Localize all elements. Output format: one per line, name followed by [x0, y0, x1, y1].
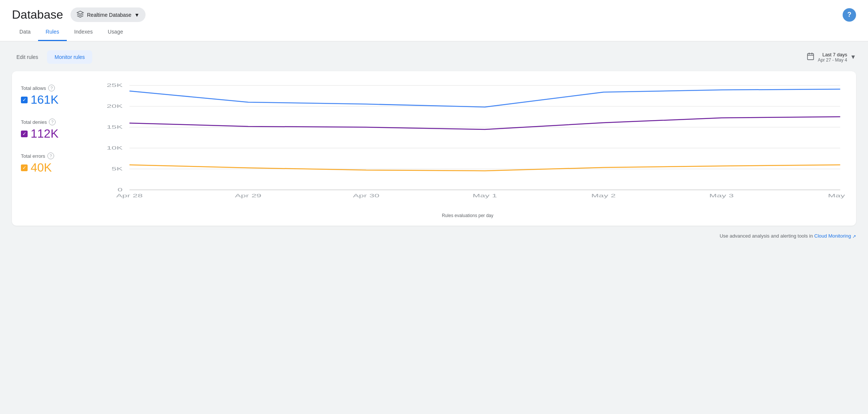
- svg-text:0: 0: [118, 187, 122, 192]
- help-button[interactable]: ?: [843, 8, 856, 22]
- cloud-monitoring-link[interactable]: Cloud Monitoring ↗: [814, 233, 856, 239]
- svg-text:Apr 30: Apr 30: [353, 193, 380, 198]
- date-label: Last 7 days: [818, 52, 847, 57]
- tab-rules[interactable]: Rules: [38, 23, 67, 41]
- denies-checkbox[interactable]: ✓: [21, 131, 28, 137]
- external-link-icon: ↗: [852, 234, 856, 239]
- chart-svg: 25K 20K 15K 10K 5K 0: [88, 82, 847, 208]
- date-selector[interactable]: Last 7 days Apr 27 - May 4 ▼: [806, 52, 856, 63]
- tab-indexes[interactable]: Indexes: [67, 23, 100, 41]
- svg-text:May 1: May 1: [473, 193, 497, 198]
- chart-card: Total allows ? ✓ 161K Total denies ? ✓: [12, 71, 856, 226]
- legend-denies: Total denies ? ✓ 112K: [21, 119, 79, 141]
- date-chevron-icon: ▼: [850, 54, 856, 60]
- legend-allows-label: Total allows: [21, 85, 46, 91]
- svg-text:Apr 29: Apr 29: [235, 193, 262, 198]
- tab-data[interactable]: Data: [12, 23, 38, 41]
- allows-checkbox[interactable]: ✓: [21, 97, 28, 103]
- date-range: Apr 27 - May 4: [818, 57, 847, 63]
- page-title: Database: [12, 8, 63, 22]
- svg-text:May 2: May 2: [591, 193, 616, 198]
- svg-rect-0: [808, 53, 814, 60]
- monitor-rules-button[interactable]: Monitor rules: [47, 50, 92, 64]
- legend-denies-label: Total denies: [21, 119, 47, 125]
- svg-text:25K: 25K: [107, 83, 123, 88]
- errors-checkbox[interactable]: ✓: [21, 164, 28, 171]
- date-text: Last 7 days Apr 27 - May 4: [818, 52, 847, 63]
- footer-text: Use advanced analysis and alerting tools…: [719, 233, 813, 239]
- errors-help-icon[interactable]: ?: [47, 153, 54, 159]
- denies-help-icon[interactable]: ?: [49, 119, 56, 125]
- chevron-down-icon: ▼: [134, 12, 140, 18]
- tab-usage[interactable]: Usage: [100, 23, 131, 41]
- svg-text:5K: 5K: [112, 166, 123, 172]
- edit-rules-button[interactable]: Edit rules: [12, 51, 43, 63]
- legend-errors: Total errors ? ✓ 40K: [21, 153, 79, 175]
- db-selector-button[interactable]: Realtime Database ▼: [71, 7, 146, 22]
- allows-value: 161K: [31, 93, 59, 107]
- calendar-icon: [806, 52, 815, 62]
- db-selector-icon: [77, 10, 84, 19]
- legend-allows: Total allows ? ✓ 161K: [21, 85, 79, 107]
- legend-errors-label: Total errors: [21, 153, 45, 159]
- x-axis-label: Rules evaluations per day: [88, 213, 847, 218]
- svg-text:May 4: May 4: [828, 193, 847, 198]
- footer-note: Use advanced analysis and alerting tools…: [12, 233, 856, 239]
- svg-text:15K: 15K: [107, 125, 123, 130]
- chart-area: 25K 20K 15K 10K 5K 0: [88, 82, 847, 218]
- tabs-row: Data Rules Indexes Usage: [12, 23, 856, 41]
- svg-text:Apr 28: Apr 28: [116, 193, 143, 198]
- svg-text:10K: 10K: [107, 145, 123, 151]
- allows-help-icon[interactable]: ?: [48, 85, 55, 91]
- db-selector-label: Realtime Database: [87, 12, 131, 18]
- svg-text:May 3: May 3: [709, 193, 734, 198]
- errors-value: 40K: [31, 161, 52, 175]
- denies-value: 112K: [31, 127, 59, 141]
- action-bar: Edit rules Monitor rules Last 7 days Apr…: [12, 50, 856, 64]
- svg-text:20K: 20K: [107, 104, 123, 109]
- chart-legend: Total allows ? ✓ 161K Total denies ? ✓: [21, 82, 88, 218]
